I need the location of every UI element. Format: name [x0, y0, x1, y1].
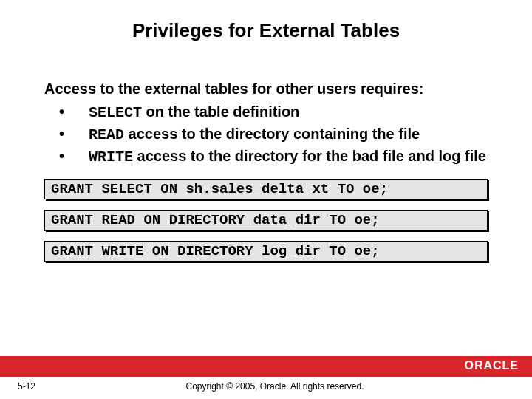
page-number: 5-12	[0, 381, 69, 392]
code-box: GRANT WRITE ON DIRECTORY log_dir TO oe;	[44, 241, 488, 262]
bullet-rest: on the table definition	[142, 103, 299, 120]
bullet-item: WRITE access to the directory for the ba…	[59, 146, 488, 167]
slide-body: Access to the external tables for other …	[0, 50, 532, 167]
code-box: GRANT READ ON DIRECTORY data_dir TO oe;	[44, 210, 488, 231]
code-box: GRANT SELECT ON sh.sales_delta_xt TO oe;	[44, 179, 488, 200]
footer-line: 5-12 Copyright © 2005, Oracle. All right…	[0, 377, 532, 399]
code-section: GRANT SELECT ON sh.sales_delta_xt TO oe;…	[0, 168, 532, 262]
bullet-list: SELECT on the table definition READ acce…	[44, 102, 488, 167]
footer-redbar: ORACLE	[0, 356, 532, 377]
bullet-rest: access to the directory containing the f…	[124, 126, 420, 142]
oracle-logo: ORACLE	[464, 359, 519, 372]
copyright-text: Copyright © 2005, Oracle. All rights res…	[69, 381, 480, 392]
bullet-rest: access to the directory for the bad file…	[133, 148, 486, 164]
slide: Privileges for External Tables Access to…	[0, 0, 532, 399]
keyword: READ	[89, 126, 124, 143]
keyword: WRITE	[89, 149, 133, 166]
footer: ORACLE 5-12 Copyright © 2005, Oracle. Al…	[0, 356, 532, 399]
intro-text: Access to the external tables for other …	[44, 79, 488, 99]
bullet-item: SELECT on the table definition	[59, 102, 488, 123]
bullet-item: READ access to the directory containing …	[59, 124, 488, 145]
keyword: SELECT	[89, 104, 142, 121]
slide-title: Privileges for External Tables	[0, 0, 532, 50]
